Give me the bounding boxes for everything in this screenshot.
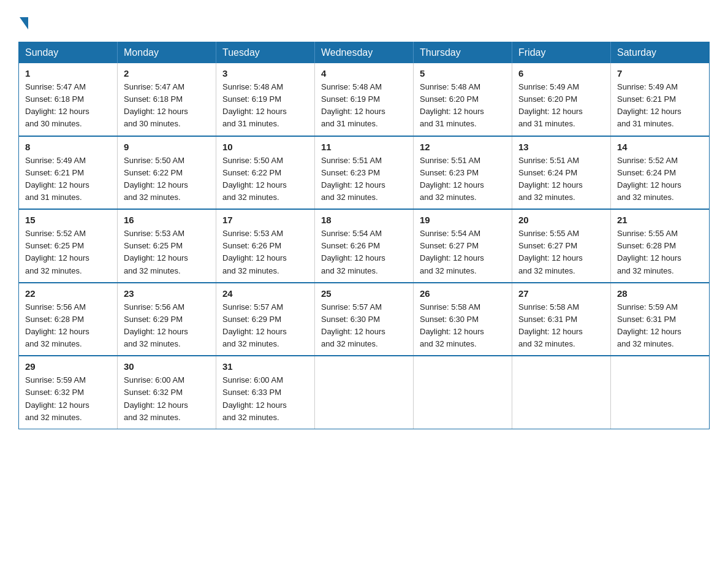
day-number: 15 — [25, 215, 111, 225]
day-info: Sunrise: 5:49 AMSunset: 6:21 PMDaylight:… — [617, 82, 681, 128]
day-number: 17 — [222, 215, 308, 225]
day-info: Sunrise: 5:58 AMSunset: 6:31 PMDaylight:… — [518, 302, 583, 348]
page-header — [18, 12, 710, 31]
weekday-header-friday: Friday — [512, 42, 611, 64]
day-info: Sunrise: 5:48 AMSunset: 6:19 PMDaylight:… — [321, 82, 385, 128]
day-number: 16 — [124, 215, 210, 225]
calendar-cell: 20 Sunrise: 5:55 AMSunset: 6:27 PMDaylig… — [512, 209, 611, 283]
day-info: Sunrise: 5:55 AMSunset: 6:28 PMDaylight:… — [617, 229, 681, 275]
day-number: 6 — [518, 68, 604, 79]
day-number: 11 — [321, 142, 407, 152]
calendar-cell: 8 Sunrise: 5:49 AMSunset: 6:21 PMDayligh… — [19, 136, 118, 210]
day-number: 3 — [222, 68, 308, 79]
day-info: Sunrise: 5:52 AMSunset: 6:24 PMDaylight:… — [617, 156, 681, 202]
day-info: Sunrise: 6:00 AMSunset: 6:33 PMDaylight:… — [222, 375, 287, 421]
calendar-cell: 24 Sunrise: 5:57 AMSunset: 6:29 PMDaylig… — [216, 283, 315, 356]
day-number: 14 — [617, 142, 703, 152]
day-info: Sunrise: 5:55 AMSunset: 6:27 PMDaylight:… — [518, 229, 583, 275]
calendar-cell: 29 Sunrise: 5:59 AMSunset: 6:32 PMDaylig… — [19, 356, 118, 429]
calendar-cell: 2 Sunrise: 5:47 AMSunset: 6:18 PMDayligh… — [118, 63, 216, 136]
day-info: Sunrise: 5:54 AMSunset: 6:26 PMDaylight:… — [321, 229, 385, 275]
day-number: 18 — [321, 215, 407, 225]
day-info: Sunrise: 5:48 AMSunset: 6:19 PMDaylight:… — [222, 82, 287, 128]
logo — [18, 17, 28, 31]
calendar-cell: 14 Sunrise: 5:52 AMSunset: 6:24 PMDaylig… — [611, 136, 710, 210]
calendar-week-row: 29 Sunrise: 5:59 AMSunset: 6:32 PMDaylig… — [19, 356, 710, 429]
day-info: Sunrise: 5:56 AMSunset: 6:28 PMDaylight:… — [25, 302, 89, 348]
calendar-cell: 6 Sunrise: 5:49 AMSunset: 6:20 PMDayligh… — [512, 63, 611, 136]
day-number: 29 — [25, 361, 111, 372]
day-info: Sunrise: 5:53 AMSunset: 6:26 PMDaylight:… — [222, 229, 287, 275]
calendar-cell: 25 Sunrise: 5:57 AMSunset: 6:30 PMDaylig… — [315, 283, 414, 356]
day-number: 20 — [518, 215, 604, 225]
calendar-cell: 17 Sunrise: 5:53 AMSunset: 6:26 PMDaylig… — [216, 209, 315, 283]
day-info: Sunrise: 5:57 AMSunset: 6:30 PMDaylight:… — [321, 302, 385, 348]
weekday-header-tuesday: Tuesday — [216, 42, 315, 64]
day-number: 22 — [25, 288, 111, 299]
calendar-cell: 13 Sunrise: 5:51 AMSunset: 6:24 PMDaylig… — [512, 136, 611, 210]
day-info: Sunrise: 5:58 AMSunset: 6:30 PMDaylight:… — [420, 302, 484, 348]
calendar-cell: 16 Sunrise: 5:53 AMSunset: 6:25 PMDaylig… — [118, 209, 216, 283]
day-info: Sunrise: 5:53 AMSunset: 6:25 PMDaylight:… — [124, 229, 188, 275]
calendar-cell: 28 Sunrise: 5:59 AMSunset: 6:31 PMDaylig… — [611, 283, 710, 356]
day-info: Sunrise: 5:49 AMSunset: 6:21 PMDaylight:… — [25, 156, 89, 202]
calendar-cell: 22 Sunrise: 5:56 AMSunset: 6:28 PMDaylig… — [19, 283, 118, 356]
day-info: Sunrise: 5:49 AMSunset: 6:20 PMDaylight:… — [518, 82, 583, 128]
day-number: 13 — [518, 142, 604, 152]
calendar-cell — [414, 356, 512, 429]
weekday-header-monday: Monday — [118, 42, 216, 64]
calendar-cell — [315, 356, 414, 429]
calendar-cell: 31 Sunrise: 6:00 AMSunset: 6:33 PMDaylig… — [216, 356, 315, 429]
day-number: 24 — [222, 288, 308, 299]
day-number: 10 — [222, 142, 308, 152]
day-info: Sunrise: 5:56 AMSunset: 6:29 PMDaylight:… — [124, 302, 188, 348]
day-info: Sunrise: 5:50 AMSunset: 6:22 PMDaylight:… — [222, 156, 287, 202]
calendar-week-row: 15 Sunrise: 5:52 AMSunset: 6:25 PMDaylig… — [19, 209, 710, 283]
calendar-cell — [611, 356, 710, 429]
calendar-cell: 21 Sunrise: 5:55 AMSunset: 6:28 PMDaylig… — [611, 209, 710, 283]
calendar-cell: 18 Sunrise: 5:54 AMSunset: 6:26 PMDaylig… — [315, 209, 414, 283]
weekday-header-sunday: Sunday — [19, 42, 118, 64]
day-number: 8 — [25, 142, 111, 152]
calendar-week-row: 8 Sunrise: 5:49 AMSunset: 6:21 PMDayligh… — [19, 136, 710, 210]
day-number: 23 — [124, 288, 210, 299]
calendar-cell: 19 Sunrise: 5:54 AMSunset: 6:27 PMDaylig… — [414, 209, 512, 283]
day-info: Sunrise: 5:50 AMSunset: 6:22 PMDaylight:… — [124, 156, 188, 202]
day-number: 9 — [124, 142, 210, 152]
calendar-cell: 7 Sunrise: 5:49 AMSunset: 6:21 PMDayligh… — [611, 63, 710, 136]
calendar-cell — [512, 356, 611, 429]
logo-arrow-icon — [20, 17, 28, 29]
day-number: 27 — [518, 288, 604, 299]
day-number: 5 — [420, 68, 506, 79]
calendar-cell: 3 Sunrise: 5:48 AMSunset: 6:19 PMDayligh… — [216, 63, 315, 136]
calendar-cell: 10 Sunrise: 5:50 AMSunset: 6:22 PMDaylig… — [216, 136, 315, 210]
day-number: 26 — [420, 288, 506, 299]
day-info: Sunrise: 5:48 AMSunset: 6:20 PMDaylight:… — [420, 82, 484, 128]
day-info: Sunrise: 5:47 AMSunset: 6:18 PMDaylight:… — [124, 82, 188, 128]
calendar-table: SundayMondayTuesdayWednesdayThursdayFrid… — [18, 42, 710, 429]
calendar-cell: 5 Sunrise: 5:48 AMSunset: 6:20 PMDayligh… — [414, 63, 512, 136]
day-info: Sunrise: 5:59 AMSunset: 6:31 PMDaylight:… — [617, 302, 681, 348]
day-info: Sunrise: 5:52 AMSunset: 6:25 PMDaylight:… — [25, 229, 89, 275]
weekday-header-row: SundayMondayTuesdayWednesdayThursdayFrid… — [19, 42, 710, 64]
day-info: Sunrise: 5:57 AMSunset: 6:29 PMDaylight:… — [222, 302, 287, 348]
day-number: 30 — [124, 361, 210, 372]
day-info: Sunrise: 5:51 AMSunset: 6:24 PMDaylight:… — [518, 156, 583, 202]
day-number: 1 — [25, 68, 111, 79]
day-info: Sunrise: 6:00 AMSunset: 6:32 PMDaylight:… — [124, 375, 188, 421]
weekday-header-saturday: Saturday — [611, 42, 710, 64]
day-number: 2 — [124, 68, 210, 79]
weekday-header-wednesday: Wednesday — [315, 42, 414, 64]
day-number: 19 — [420, 215, 506, 225]
calendar-cell: 26 Sunrise: 5:58 AMSunset: 6:30 PMDaylig… — [414, 283, 512, 356]
calendar-cell: 4 Sunrise: 5:48 AMSunset: 6:19 PMDayligh… — [315, 63, 414, 136]
calendar-cell: 11 Sunrise: 5:51 AMSunset: 6:23 PMDaylig… — [315, 136, 414, 210]
calendar-cell: 30 Sunrise: 6:00 AMSunset: 6:32 PMDaylig… — [118, 356, 216, 429]
day-info: Sunrise: 5:54 AMSunset: 6:27 PMDaylight:… — [420, 229, 484, 275]
weekday-header-thursday: Thursday — [414, 42, 512, 64]
calendar-cell: 12 Sunrise: 5:51 AMSunset: 6:23 PMDaylig… — [414, 136, 512, 210]
calendar-cell: 23 Sunrise: 5:56 AMSunset: 6:29 PMDaylig… — [118, 283, 216, 356]
day-info: Sunrise: 5:51 AMSunset: 6:23 PMDaylight:… — [321, 156, 385, 202]
day-number: 7 — [617, 68, 703, 79]
calendar-cell: 9 Sunrise: 5:50 AMSunset: 6:22 PMDayligh… — [118, 136, 216, 210]
